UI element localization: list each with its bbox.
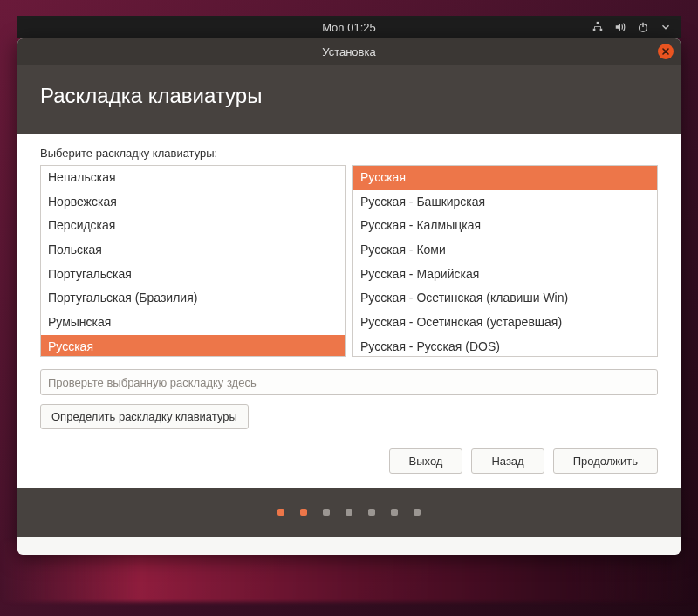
variant-item[interactable]: Русская - Коми <box>353 238 657 263</box>
layout-item[interactable]: Персидская <box>41 214 345 238</box>
progress-dots <box>17 488 681 537</box>
variant-item[interactable]: Русская - Русская (DOS) <box>353 335 657 357</box>
window-title: Установка <box>322 45 375 58</box>
detect-layout-button[interactable]: Определить раскладку клавиатуры <box>40 404 249 429</box>
variant-list[interactable]: РусскаяРусская - БашкирскаяРусская - Кал… <box>352 165 658 357</box>
back-button[interactable]: Назад <box>471 448 544 474</box>
page-title: Раскладка клавиатуры <box>40 84 262 107</box>
svg-rect-2 <box>600 29 603 31</box>
progress-dot <box>391 509 398 516</box>
layout-item[interactable]: Русская <box>41 335 345 357</box>
instruction-label: Выберите раскладку клавиатуры: <box>40 147 658 160</box>
svg-marker-3 <box>616 24 620 31</box>
quit-button[interactable]: Выход <box>389 448 463 474</box>
clock-text: Mon 01:25 <box>322 21 375 34</box>
layout-item[interactable]: Румынская <box>41 311 345 335</box>
variant-item[interactable]: Русская - Калмыцкая <box>353 214 657 238</box>
system-top-bar: Mon 01:25 <box>17 16 681 38</box>
progress-dot <box>300 509 307 516</box>
progress-dot <box>323 509 330 516</box>
layout-item[interactable]: Непальская <box>41 166 345 190</box>
progress-dot <box>277 509 284 516</box>
progress-dot <box>346 509 352 516</box>
svg-rect-0 <box>597 22 599 24</box>
svg-rect-1 <box>593 29 596 31</box>
variant-item[interactable]: Русская - Осетинская (устаревшая) <box>353 311 657 335</box>
layout-item[interactable]: Польская <box>41 238 345 263</box>
layout-item[interactable]: Португальская (Бразилия) <box>41 286 345 311</box>
variant-item[interactable]: Русская - Башкирская <box>353 190 657 215</box>
page-header: Раскладка клавиатуры <box>17 65 681 134</box>
progress-dot <box>414 509 421 516</box>
volume-icon[interactable] <box>614 21 626 33</box>
layout-list[interactable]: НепальскаяНорвежскаяПерсидскаяПольскаяПо… <box>40 165 346 357</box>
variant-item[interactable]: Русская - Марийская <box>353 263 657 287</box>
layout-item[interactable]: Норвежская <box>41 190 345 215</box>
continue-button[interactable]: Продолжить <box>553 448 658 474</box>
test-layout-input[interactable] <box>40 369 658 395</box>
window-titlebar: Установка <box>17 38 681 65</box>
progress-dot <box>368 509 375 516</box>
network-icon[interactable] <box>592 21 604 33</box>
variant-item[interactable]: Русская <box>353 166 657 190</box>
chevron-down-icon[interactable] <box>660 21 672 33</box>
installer-window: Установка Раскладка клавиатуры Выберите … <box>17 38 681 555</box>
close-button[interactable] <box>658 44 674 59</box>
power-icon[interactable] <box>637 21 649 33</box>
variant-item[interactable]: Русская - Осетинская (клавиши Win) <box>353 286 657 311</box>
page-content: Выберите раскладку клавиатуры: Непальска… <box>17 134 681 488</box>
layout-item[interactable]: Португальская <box>41 263 345 287</box>
